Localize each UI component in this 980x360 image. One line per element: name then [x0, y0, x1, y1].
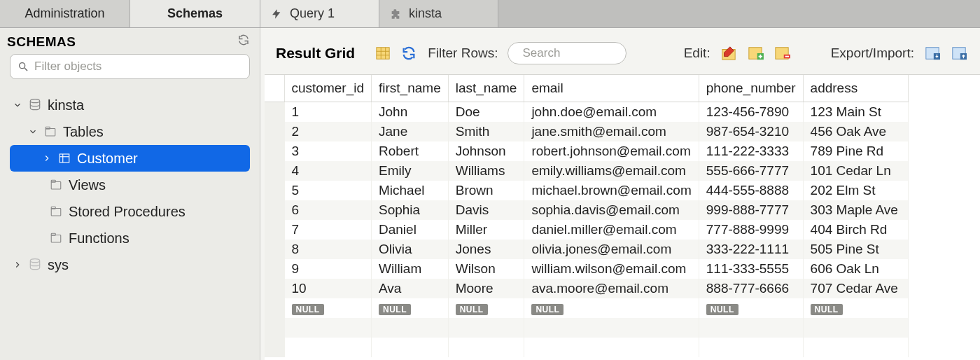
cell-first_name[interactable]: Emily [372, 161, 449, 181]
cell-last_name[interactable]: Doe [448, 102, 524, 123]
table-row[interactable]: 3RobertJohnsonrobert.johnson@email.com11… [265, 141, 908, 161]
cell-first_name[interactable]: John [372, 102, 449, 123]
cell-email[interactable]: william.wilson@email.com [524, 259, 699, 279]
result-grid[interactable]: customer_idfirst_namelast_nameemailphone… [265, 74, 980, 360]
cell-first_name[interactable]: Robert [372, 141, 449, 161]
cell-email[interactable]: olivia.jones@email.com [524, 240, 699, 259]
row-handle[interactable] [265, 220, 284, 240]
cell-last_name[interactable]: Williams [448, 161, 524, 181]
cell-customer_id[interactable]: 10 [284, 279, 372, 298]
cell-phone_number[interactable]: 987-654-3210 [699, 122, 803, 141]
edit-row-icon[interactable] [720, 46, 737, 61]
column-header-first_name[interactable]: first_name [372, 75, 449, 102]
cell-last_name[interactable]: Brown [448, 181, 524, 200]
tree-functions[interactable]: Functions [0, 225, 260, 251]
row-handle[interactable] [265, 141, 284, 161]
cell-customer_id[interactable]: 2 [284, 122, 372, 141]
column-header-address[interactable]: address [803, 75, 908, 102]
tab-administration[interactable]: Administration [0, 0, 130, 27]
cell-address[interactable]: 404 Birch Rd [803, 220, 908, 240]
table-row[interactable]: 5MichaelBrownmichael.brown@email.com444-… [265, 181, 908, 200]
tree-schema-kinsta[interactable]: kinsta [0, 92, 260, 118]
table-row[interactable]: 8OliviaJonesolivia.jones@email.com333-22… [265, 240, 908, 259]
cell-customer_id[interactable]: 4 [284, 161, 372, 181]
cell-first_name[interactable]: Ava [372, 279, 449, 298]
table-row[interactable]: 6SophiaDavissophia.davis@email.com999-88… [265, 200, 908, 220]
delete-row-icon[interactable] [774, 46, 790, 61]
cell-address[interactable]: 789 Pine Rd [803, 141, 908, 161]
table-row[interactable]: 4EmilyWilliamsemily.williams@email.com55… [265, 161, 908, 181]
filter-rows-input[interactable] [522, 46, 671, 60]
filter-rows-search[interactable] [507, 42, 626, 64]
cell-email[interactable]: jane.smith@email.com [524, 122, 699, 141]
filter-objects-input-wrap[interactable] [10, 54, 250, 79]
cell-first_name[interactable]: Olivia [372, 240, 449, 259]
cell-customer_id[interactable]: 9 [284, 259, 372, 279]
table-row[interactable]: 1JohnDoejohn.doe@email.com123-456-789012… [265, 102, 908, 123]
cell-first_name[interactable]: Sophia [372, 200, 449, 220]
cell-customer_id[interactable]: 1 [284, 102, 372, 123]
cell-phone_number[interactable]: NULL [699, 298, 803, 318]
cell-phone_number[interactable]: 333-222-1111 [699, 240, 803, 259]
cell-customer_id[interactable]: 6 [284, 200, 372, 220]
row-handle[interactable] [265, 200, 284, 220]
filter-objects-input[interactable] [34, 60, 242, 74]
cell-phone_number[interactable]: 888-777-6666 [699, 279, 803, 298]
row-handle[interactable] [265, 122, 284, 141]
cell-customer_id[interactable]: 3 [284, 141, 372, 161]
grid-view-icon[interactable] [374, 46, 391, 61]
row-handle[interactable] [265, 279, 284, 298]
cell-email[interactable]: john.doe@email.com [524, 102, 699, 123]
tree-stored-procedures[interactable]: Stored Procedures [0, 198, 260, 225]
cell-email[interactable]: michael.brown@email.com [524, 181, 699, 200]
cell-customer_id[interactable]: 7 [284, 220, 372, 240]
row-handle[interactable] [265, 259, 284, 279]
cell-phone_number[interactable]: 123-456-7890 [699, 102, 803, 123]
column-header-last_name[interactable]: last_name [448, 75, 524, 102]
cell-address[interactable]: NULL [803, 298, 908, 318]
cell-first_name[interactable]: Jane [372, 122, 449, 141]
cell-phone_number[interactable]: 555-666-7777 [699, 161, 803, 181]
cell-address[interactable]: 707 Cedar Ave [803, 279, 908, 298]
cell-address[interactable]: 303 Maple Ave [803, 200, 908, 220]
cell-email[interactable]: sophia.davis@email.com [524, 200, 699, 220]
cell-last_name[interactable]: NULL [448, 298, 524, 318]
cell-address[interactable]: 456 Oak Ave [803, 122, 908, 141]
tree-tables[interactable]: Tables [0, 118, 260, 145]
cell-phone_number[interactable]: 444-555-8888 [699, 181, 803, 200]
cell-email[interactable]: robert.johnson@email.com [524, 141, 699, 161]
row-handle[interactable] [265, 161, 284, 181]
column-header-phone_number[interactable]: phone_number [699, 75, 803, 102]
table-row[interactable]: 2JaneSmithjane.smith@email.com987-654-32… [265, 122, 908, 141]
cell-last_name[interactable]: Davis [448, 200, 524, 220]
refresh-icon[interactable] [237, 34, 250, 50]
cell-address[interactable]: 505 Pine St [803, 240, 908, 259]
cell-first_name[interactable]: Daniel [372, 220, 449, 240]
row-handle[interactable] [265, 240, 284, 259]
table-row[interactable]: 9WilliamWilsonwilliam.wilson@email.com11… [265, 259, 908, 279]
cell-last_name[interactable]: Jones [448, 240, 524, 259]
cell-email[interactable]: emily.williams@email.com [524, 161, 699, 181]
cell-last_name[interactable]: Johnson [448, 141, 524, 161]
table-row-null[interactable]: NULLNULLNULLNULLNULLNULL [265, 298, 908, 318]
tree-table-customer[interactable]: Customer [10, 145, 250, 172]
cell-address[interactable]: 202 Elm St [803, 181, 908, 200]
cell-customer_id[interactable]: NULL [284, 298, 372, 318]
editor-tab-query1[interactable]: Query 1 [260, 0, 379, 27]
tab-schemas[interactable]: Schemas [130, 0, 260, 27]
cell-address[interactable]: 123 Main St [803, 102, 908, 123]
row-handle[interactable] [265, 181, 284, 200]
cell-customer_id[interactable]: 8 [284, 240, 372, 259]
cell-email[interactable]: ava.moore@email.com [524, 279, 699, 298]
cell-last_name[interactable]: Moore [448, 279, 524, 298]
table-row[interactable]: 7DanielMillerdaniel.miller@email.com777-… [265, 220, 908, 240]
cell-email[interactable]: NULL [524, 298, 699, 318]
column-header-customer_id[interactable]: customer_id [284, 75, 372, 102]
cell-phone_number[interactable]: 111-333-5555 [699, 259, 803, 279]
export-icon[interactable] [924, 46, 941, 61]
column-header-email[interactable]: email [524, 75, 699, 102]
cell-first_name[interactable]: William [372, 259, 449, 279]
tree-schema-sys[interactable]: sys [0, 251, 260, 278]
cell-phone_number[interactable]: 111-222-3333 [699, 141, 803, 161]
cell-last_name[interactable]: Wilson [448, 259, 524, 279]
